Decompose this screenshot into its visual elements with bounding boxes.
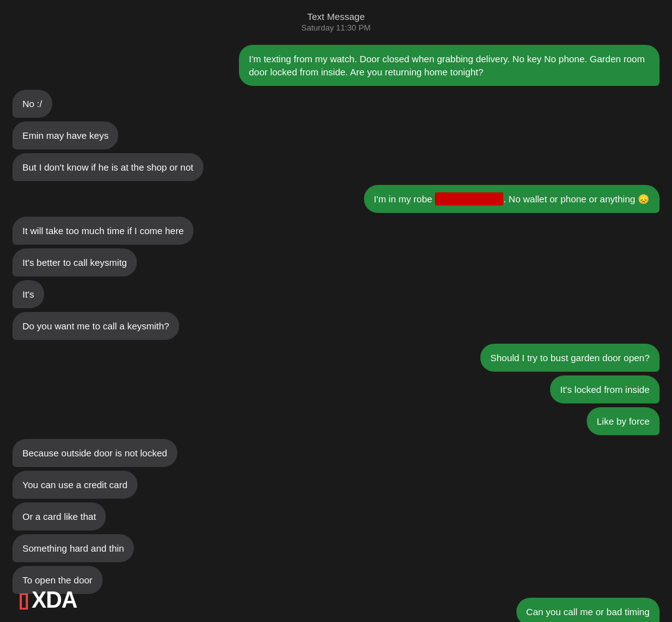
messages-container: I'm texting from my watch. Door closed w… (0, 39, 672, 622)
message-text: But I don't know if he is at the shop or… (22, 162, 194, 172)
xda-brand-text: XDA (32, 587, 77, 613)
xda-logo: [] XDA (19, 587, 77, 613)
message-bubble-sent: I'm texting from my watch. Door closed w… (239, 45, 660, 86)
message-bubble-sent: Should I try to bust garden door open? (480, 344, 660, 372)
message-text: I'm texting from my watch. Door closed w… (249, 54, 645, 77)
message-bubble-sent: Like by force (587, 407, 660, 435)
message-bubble-sent: I'm in my robe ██████████. No wallet or … (364, 185, 660, 213)
message-text: Or a card like that (22, 511, 96, 522)
message-bubble-received: No :/ (12, 90, 52, 118)
message-text: It will take too much time if I come her… (22, 225, 184, 236)
message-bubble-received: Something hard and thin (12, 534, 134, 562)
xda-bracket-icon: [] (19, 590, 28, 610)
message-text: I'm in my robe ██████████. No wallet or … (374, 194, 650, 204)
message-text: Emin may have keys (22, 130, 108, 141)
header-title: Text Message (0, 11, 672, 22)
message-bubble-sent: It's locked from inside (550, 375, 660, 403)
header-subtitle: Saturday 11:30 PM (0, 23, 672, 32)
message-bubble-received: You can use a credit card (12, 471, 138, 499)
message-bubble-received: Emin may have keys (12, 121, 118, 149)
message-text: It's locked from inside (560, 384, 650, 395)
redacted-content: ██████████ (435, 192, 503, 205)
message-bubble-received: Or a card like that (12, 502, 106, 530)
message-bubble-received: It's (12, 280, 44, 308)
message-bubble-received: It will take too much time if I come her… (12, 217, 194, 245)
message-text: Like by force (597, 416, 650, 426)
message-bubble-received: Because outside door is not locked (12, 439, 177, 467)
message-text: Do you want me to call a keysmith? (22, 321, 169, 331)
header: Text Message Saturday 11:30 PM (0, 0, 672, 39)
message-text: Can you call me or bad timing (526, 606, 650, 617)
message-bubble-received: But I don't know if he is at the shop or… (12, 153, 203, 181)
message-text: No :/ (22, 98, 42, 109)
message-text: It's better to call keysmitg (22, 257, 127, 268)
message-text: It's (22, 289, 34, 299)
message-text: To open the door (22, 575, 93, 585)
message-text: Should I try to bust garden door open? (490, 352, 650, 363)
message-bubble-sent: Can you call me or bad timing (516, 598, 660, 622)
message-text: Something hard and thin (22, 543, 124, 554)
message-bubble-received: Do you want me to call a keysmith? (12, 312, 179, 340)
message-bubble-received: It's better to call keysmitg (12, 248, 137, 276)
message-text: Because outside door is not locked (22, 448, 167, 458)
message-text: You can use a credit card (22, 479, 128, 490)
